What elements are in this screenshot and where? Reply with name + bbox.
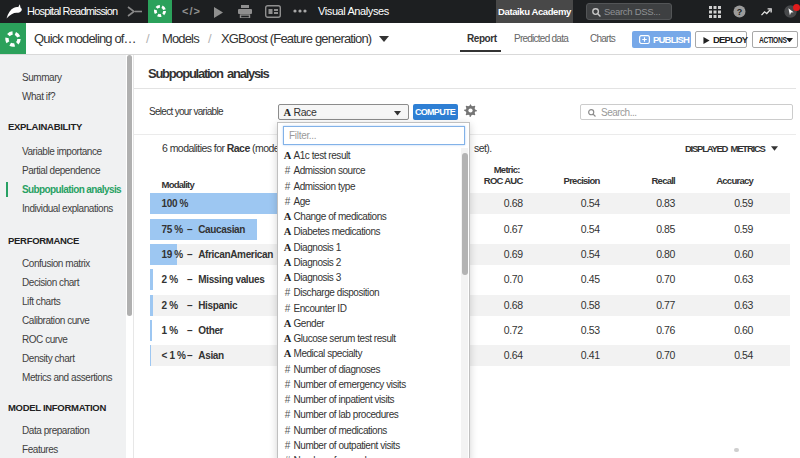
svg-text:?: ? — [737, 7, 743, 17]
